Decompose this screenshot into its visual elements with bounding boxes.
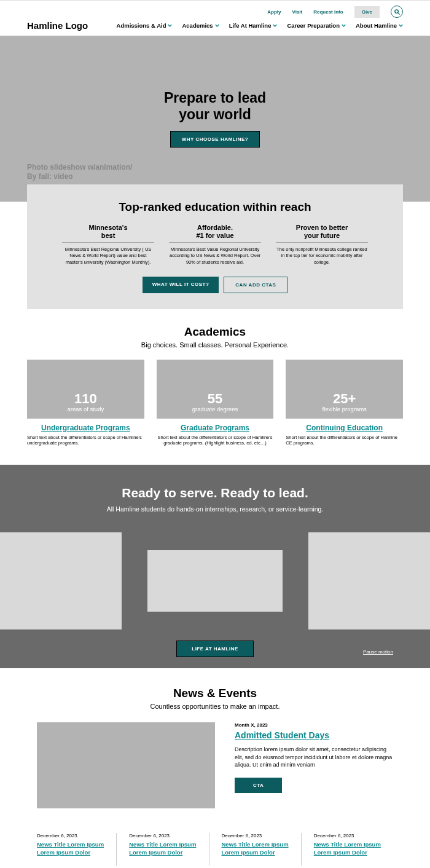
- site-logo[interactable]: Hamline Logo: [27, 20, 88, 31]
- top-ranked-section: Top-ranked education within reach Minnes…: [27, 184, 403, 309]
- nav-admissions[interactable]: Admissions & Aid: [117, 22, 173, 29]
- utility-nav: Apply Visit Request Info Give: [27, 6, 403, 18]
- ranked-title: Top-ranked education within reach: [52, 200, 378, 214]
- why-choose-button[interactable]: WHY CHOOSE HAMLINE?: [170, 131, 260, 148]
- stat-number: 110: [74, 392, 97, 406]
- add-ctas-button[interactable]: CAN ADD CTAS: [224, 277, 287, 293]
- chevron-down-icon: [342, 23, 346, 28]
- featured-title-link[interactable]: Admitted Student Days: [235, 730, 329, 740]
- featured-event: Month X, 2023 Admitted Student Days Desc…: [37, 722, 393, 808]
- featured-description: Description lorem ipsum dolor sit amet, …: [235, 746, 393, 769]
- academics-section: Academics Big choices. Small classes. Pe…: [0, 309, 430, 465]
- visit-link[interactable]: Visit: [292, 9, 302, 15]
- news-title-link[interactable]: News Title Lorem Ipsum Lorem Ipsum Dolor: [129, 841, 196, 856]
- news-date: December 6, 2023: [129, 833, 196, 838]
- apply-link[interactable]: Apply: [267, 9, 281, 15]
- card-graduate: 55 graduate degrees Graduate Programs Sh…: [157, 360, 274, 447]
- pillar-heading-line: #1 for value: [196, 232, 233, 239]
- academics-title: Academics: [27, 325, 403, 339]
- news-title-link[interactable]: News Title Lorem Ipsum Lorem Ipsum Dolor: [314, 841, 381, 856]
- main-nav: Admissions & Aid Academics Life At Hamli…: [117, 22, 403, 29]
- news-title-link[interactable]: News Title Lorem Ipsum Lorem Ipsum Dolor: [222, 841, 289, 856]
- nav-label: Academics: [182, 22, 213, 29]
- news-date: December 6, 2023: [314, 833, 381, 838]
- nav-about[interactable]: About Hamline: [356, 22, 403, 29]
- give-button[interactable]: Give: [354, 6, 380, 18]
- pillar-body: Minnesota's Best Regional University ( U…: [62, 247, 154, 265]
- hero-title-line: your world: [179, 106, 251, 122]
- pillar-affordable: Affordable.#1 for value Minnesota's Best…: [169, 224, 261, 266]
- card-description: Short text about the differentiators or …: [27, 435, 144, 447]
- nav-label: Life At Hamline: [229, 22, 272, 29]
- stat-number: 25+: [333, 392, 356, 406]
- stat-label: areas of study: [68, 406, 104, 412]
- search-icon: [394, 9, 401, 15]
- pillar-heading-line: best: [101, 232, 115, 239]
- card-description: Short text about the differentiators or …: [157, 435, 274, 447]
- carousel-slide: [147, 550, 283, 612]
- card-image: 25+ flexible programs: [286, 360, 403, 419]
- card-image: 110 areas of study: [27, 360, 144, 419]
- chevron-down-icon: [168, 23, 172, 28]
- carousel-center-wrap: [144, 532, 286, 629]
- hero-title: Prepare to lead your world: [164, 90, 266, 122]
- card-description: Short text about the differentiators or …: [286, 435, 403, 447]
- card-undergraduate: 110 areas of study Undergraduate Program…: [27, 360, 144, 447]
- life-at-hamline-button[interactable]: LIFE AT HAMLINE: [176, 641, 254, 657]
- nav-label: Admissions & Aid: [117, 22, 166, 29]
- pillar-minnesotas-best: Minnesota'sbest Minnesota's Best Regiona…: [62, 224, 154, 266]
- request-info-link[interactable]: Request Info: [313, 9, 343, 15]
- news-date: December 6, 2023: [37, 833, 104, 838]
- cost-button[interactable]: WHAT WILL IT COST?: [143, 277, 219, 293]
- news-date: December 6, 2023: [222, 833, 289, 838]
- svg-point-0: [394, 9, 398, 13]
- stat-number: 55: [208, 392, 222, 406]
- nav-life[interactable]: Life At Hamline: [229, 22, 278, 29]
- nav-label: Career Preparation: [287, 22, 340, 29]
- news-title: News & Events: [37, 687, 393, 700]
- pillar-body: The only nonprofit Minnesota college ran…: [276, 247, 368, 265]
- news-section: News & Events Countless opportunities to…: [0, 668, 430, 868]
- news-item: December 6, 2023 News Title Lorem Ipsum …: [222, 833, 302, 865]
- news-list: December 6, 2023 News Title Lorem Ipsum …: [37, 833, 393, 865]
- news-title-link[interactable]: News Title Lorem Ipsum Lorem Ipsum Dolor: [37, 841, 104, 856]
- carousel-slide: [308, 532, 430, 629]
- chevron-down-icon: [215, 23, 219, 28]
- news-item: December 6, 2023 News Title Lorem Ipsum …: [37, 833, 117, 865]
- svg-line-1: [397, 12, 399, 14]
- pillar-heading-line: Minnesota's: [88, 224, 127, 231]
- nav-label: About Hamline: [356, 22, 397, 29]
- stat-label: flexible programs: [322, 406, 367, 412]
- pillar-body: Minnesota's Best Value Regional Universi…: [169, 247, 261, 265]
- featured-image: [37, 722, 215, 808]
- nav-career[interactable]: Career Preparation: [287, 22, 346, 29]
- serve-subtitle: All Hamline students do hands-on interns…: [0, 505, 430, 513]
- undergraduate-link[interactable]: Undergraduate Programs: [27, 424, 144, 432]
- hero-note-line: Photo slideshow w/animation/: [27, 163, 132, 172]
- news-item: December 6, 2023 News Title Lorem Ipsum …: [314, 833, 393, 865]
- nav-academics[interactable]: Academics: [182, 22, 219, 29]
- chevron-down-icon: [273, 23, 277, 28]
- graduate-link[interactable]: Graduate Programs: [157, 424, 274, 432]
- pillar-heading-line: your future: [304, 232, 340, 239]
- continuing-link[interactable]: Continuing Education: [286, 424, 403, 432]
- pillar-heading-line: Proven to better: [296, 224, 348, 231]
- site-header: Apply Visit Request Info Give Hamline Lo…: [0, 0, 430, 36]
- stat-label: graduate degrees: [192, 406, 238, 412]
- pillar-heading-line: Affordable.: [197, 224, 233, 231]
- card-continuing: 25+ flexible programs Continuing Educati…: [286, 360, 403, 447]
- hero-section: Prepare to lead your world WHY CHOOSE HA…: [0, 36, 430, 202]
- search-button[interactable]: [391, 6, 403, 18]
- serve-title: Ready to serve. Ready to lead.: [0, 486, 430, 500]
- carousel-slide: [0, 532, 122, 629]
- card-image: 55 graduate degrees: [157, 360, 274, 419]
- hero-annotation: Photo slideshow w/animation/ By fall: vi…: [27, 163, 132, 181]
- chevron-down-icon: [399, 23, 403, 28]
- hero-note-line: By fall: video: [27, 172, 73, 181]
- academics-subtitle: Big choices. Small classes. Personal Exp…: [27, 341, 403, 349]
- carousel[interactable]: [0, 532, 430, 629]
- featured-cta-button[interactable]: CTA: [235, 778, 282, 793]
- pause-motion-link[interactable]: Pause motion: [363, 649, 393, 655]
- featured-date: Month X, 2023: [235, 722, 393, 728]
- hero-title-line: Prepare to lead: [164, 90, 266, 106]
